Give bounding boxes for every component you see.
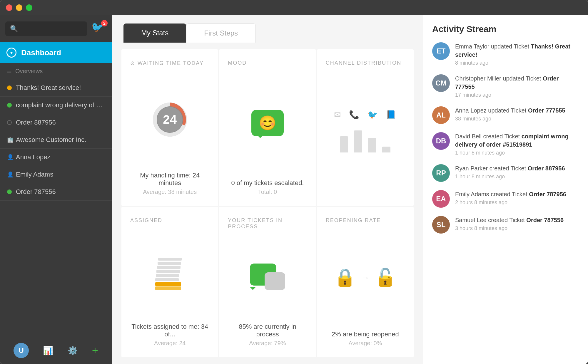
activity-stream-title: Activity Stream — [432, 24, 579, 34]
sidebar-item-label: Thanks! Great service! — [16, 84, 81, 92]
main-content: My Stats First Steps ⊘ WAITING TIME TODA… — [112, 15, 423, 364]
arrow-icon: → — [361, 273, 370, 283]
avatar-ryan-parker: RP — [432, 164, 450, 182]
clock-icon: ⊘ — [130, 60, 135, 66]
sidebar-item-order-787556[interactable]: Order 787556 — [0, 183, 112, 201]
reopening-visual: 🔒 → 🔓 — [334, 231, 396, 325]
channel-icons: ✉ 📞 🐦 📘 — [334, 110, 396, 120]
activity-time-christopher: 17 minutes ago — [455, 92, 579, 98]
reopening-main: 2% are being reopened — [332, 331, 399, 338]
bubble-tail — [250, 287, 256, 290]
person-icon: 👤 — [7, 154, 12, 160]
person-icon: 👤 — [7, 171, 12, 178]
app-logo: 🐦 2 — [91, 21, 106, 36]
close-button[interactable] — [6, 4, 12, 11]
settings-icon[interactable]: ⚙️ — [68, 346, 78, 355]
avatar-initials: DB — [432, 132, 450, 150]
avatar-initials: AL — [432, 106, 450, 124]
stat-card-waiting-time: ⊘ WAITING TIME TODAY 24 — [121, 49, 218, 206]
bubble-secondary — [265, 272, 285, 290]
paper-3 — [157, 266, 181, 269]
sidebar-item-emily-adams[interactable]: 👤 Emily Adams — [0, 166, 112, 183]
sidebar-footer: U 📊 ⚙️ + — [0, 337, 112, 364]
sidebar-item-order-887956[interactable]: Order 887956 — [0, 114, 112, 131]
stats-grid: ⊘ WAITING TIME TODAY 24 — [121, 48, 415, 358]
sidebar-item-complaint[interactable]: complaint wrong delivery of ord... — [0, 97, 112, 114]
sidebar-item-label: Awesome Customer Inc. — [16, 136, 86, 144]
stat-card-tickets: YOUR TICKETS IN PROCESS 85% are currentl… — [219, 207, 316, 358]
activity-content-ryan: Ryan Parker created Ticket Order 887956 … — [455, 164, 579, 182]
sidebar-item-awesome-customer[interactable]: 🏢 Awesome Customer Inc. — [0, 131, 112, 149]
sidebar-section-overviews: ☰ Overviews — [0, 63, 112, 79]
stack-papers — [155, 258, 185, 290]
twitter-channel-icon: 🐦 — [368, 110, 378, 120]
paper-orange — [155, 282, 181, 286]
sidebar-item-thanks[interactable]: Thanks! Great service! — [0, 79, 112, 97]
stat-title-tickets: YOUR TICKETS IN PROCESS — [228, 217, 307, 230]
notification-badge: 2 — [101, 20, 108, 26]
activity-item-emily: EA Emily Adams created Ticket Order 7879… — [432, 190, 579, 208]
sidebar-items-list: Thanks! Great service! complaint wrong d… — [0, 79, 112, 337]
assigned-visual — [155, 231, 185, 317]
sidebar-item-dashboard[interactable]: ● Dashboard — [0, 42, 112, 63]
activity-time-david: 1 hour 8 minutes ago — [455, 150, 579, 156]
list-icon: ☰ — [6, 68, 12, 75]
lock-visual: 🔒 → 🔓 — [334, 267, 396, 288]
stat-title-reopening: REOPENING RATE — [326, 217, 381, 224]
user-avatar[interactable]: U — [14, 343, 29, 358]
avatar-initials: RP — [432, 164, 450, 182]
chat-bubbles-visual — [250, 264, 285, 290]
lock-open-icon: 🔓 — [374, 267, 396, 288]
mood-visual: 😊 — [251, 73, 284, 173]
activity-text-emily: Emily Adams created Ticket Order 787956 — [455, 190, 579, 198]
tab-my-stats[interactable]: My Stats — [123, 24, 186, 43]
timer-number: 24 — [163, 113, 177, 127]
stat-card-channel: CHANNEL DISTRIBUTION ✉ 📞 🐦 📘 — [317, 49, 414, 206]
dashboard-label: Dashboard — [21, 48, 61, 57]
avatar-initials: CM — [432, 74, 450, 92]
activity-text-ryan: Ryan Parker created Ticket Order 887956 — [455, 164, 579, 172]
lock-closed-icon: 🔒 — [334, 267, 356, 288]
activity-content-emma: Emma Taylor updated Ticket Thanks! Great… — [455, 42, 579, 66]
activity-item-christopher: CM Christopher Miller updated Ticket Ord… — [432, 74, 579, 98]
tickets-visual — [250, 237, 285, 317]
stat-card-mood: MOOD 😊 0 of my tickets escalated. Total:… — [219, 49, 316, 206]
stat-title-mood: MOOD — [228, 60, 247, 66]
stat-title-waiting-time: ⊘ WAITING TIME TODAY — [130, 60, 204, 66]
sidebar-item-anna-lopez[interactable]: 👤 Anna Lopez — [0, 149, 112, 166]
activity-text-christopher: Christopher Miller updated Ticket Order … — [455, 74, 579, 91]
channel-visual: ✉ 📞 🐦 📘 — [334, 73, 396, 189]
add-icon[interactable]: + — [92, 344, 98, 357]
mood-face-icon: 😊 — [259, 115, 276, 131]
avatar-initials: EA — [432, 190, 450, 208]
avatar-anna-lopez: AL — [432, 106, 450, 124]
paper-orange-2 — [155, 286, 181, 290]
activity-item-david: DB David Bell created Ticket complaint w… — [432, 132, 579, 156]
sidebar-header: 🔍 🐦 2 — [0, 15, 112, 42]
avatar-david-bell: DB — [432, 132, 450, 150]
activity-item-emma: ET Emma Taylor updated Ticket Thanks! Gr… — [432, 42, 579, 66]
reopening-sub: Average: 0% — [348, 340, 382, 347]
channel-bar-twitter — [368, 138, 376, 152]
activity-content-emily: Emily Adams created Ticket Order 787956 … — [455, 190, 579, 208]
maximize-button[interactable] — [26, 4, 32, 11]
dot-green-icon — [7, 189, 12, 194]
paper-4 — [156, 270, 180, 273]
stats-icon[interactable]: 📊 — [43, 346, 53, 355]
activity-content-david: David Bell created Ticket complaint wron… — [455, 132, 579, 156]
avatar-christopher-miller: CM — [432, 74, 450, 92]
minimize-button[interactable] — [16, 4, 22, 11]
search-icon: 🔍 — [10, 25, 18, 33]
sidebar-item-label: Emily Adams — [16, 171, 53, 178]
activity-time-emma: 8 minutes ago — [455, 60, 579, 66]
tab-first-steps[interactable]: First Steps — [186, 24, 256, 43]
stat-card-assigned: ASSIGNED Tickets assig — [121, 207, 218, 358]
avatar-placeholder: U — [14, 343, 29, 358]
assigned-sub: Average: 24 — [154, 340, 186, 347]
activity-item-anna: AL Anna Lopez updated Ticket Order 77755… — [432, 106, 579, 124]
search-box[interactable]: 🔍 — [5, 21, 87, 36]
paper-2 — [158, 262, 181, 265]
tab-bar: My Stats First Steps — [112, 15, 423, 43]
waiting-time-main: My handling time: 24 minutes — [130, 172, 209, 187]
activity-item-ryan: RP Ryan Parker created Ticket Order 8879… — [432, 164, 579, 182]
